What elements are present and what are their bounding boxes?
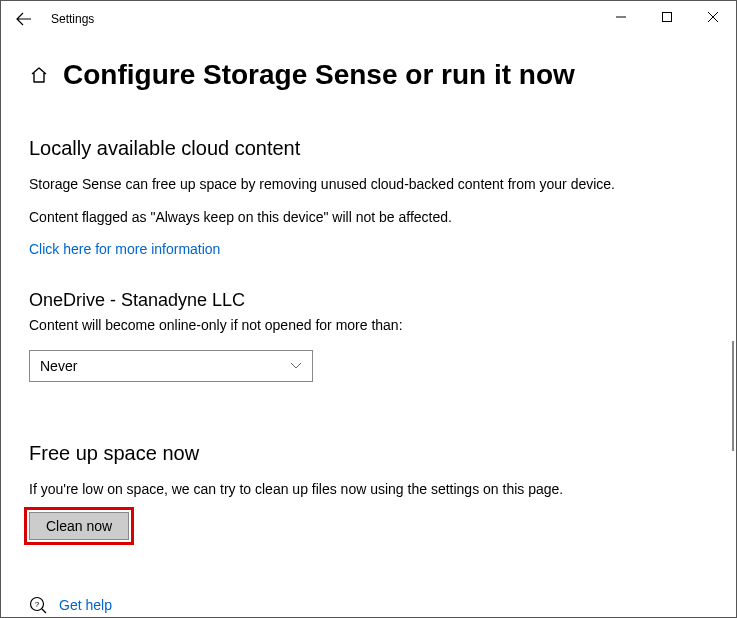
help-icon: ? xyxy=(29,596,47,614)
more-info-link[interactable]: Click here for more information xyxy=(29,241,220,257)
section-heading-cloud: Locally available cloud content xyxy=(29,137,708,160)
clean-now-button[interactable]: Clean now xyxy=(29,512,129,540)
page-title: Configure Storage Sense or run it now xyxy=(63,59,575,91)
select-value: Never xyxy=(40,358,77,374)
account-desc: Content will become online-only if not o… xyxy=(29,315,708,336)
get-help-link[interactable]: Get help xyxy=(59,597,112,613)
account-title: OneDrive - Stanadyne LLC xyxy=(29,290,708,311)
svg-rect-1 xyxy=(663,13,672,22)
maximize-button[interactable] xyxy=(644,1,690,33)
scrollbar[interactable] xyxy=(732,341,734,451)
svg-text:?: ? xyxy=(35,600,40,609)
home-icon[interactable] xyxy=(29,65,49,85)
onedrive-period-select[interactable]: Never xyxy=(29,350,313,382)
freeup-desc: If you're low on space, we can try to cl… xyxy=(29,479,708,500)
minimize-button[interactable] xyxy=(598,1,644,33)
cloud-desc-2: Content flagged as "Always keep on this … xyxy=(29,207,708,228)
section-heading-freeup: Free up space now xyxy=(29,442,708,465)
page-header: Configure Storage Sense or run it now xyxy=(29,59,708,91)
title-bar: Settings xyxy=(1,1,736,37)
close-button[interactable] xyxy=(690,1,736,33)
back-icon[interactable] xyxy=(15,10,33,28)
app-title: Settings xyxy=(51,12,94,26)
cloud-desc-1: Storage Sense can free up space by remov… xyxy=(29,174,708,195)
chevron-down-icon xyxy=(290,361,302,372)
